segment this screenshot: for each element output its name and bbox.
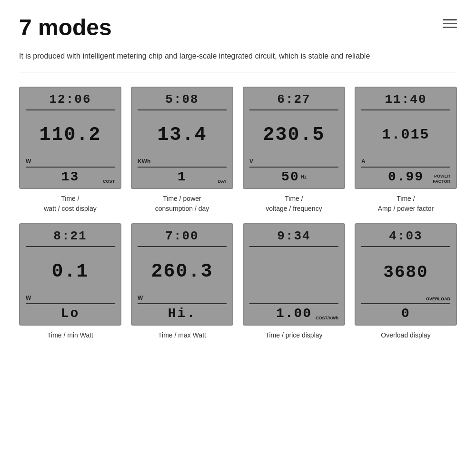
mode-cell-amp-pf: 11:40 1.015 A 0.99 POWERFACTOR Time /Amp… [355, 87, 457, 214]
mode-cell-voltage-freq: 6:27 230.5 V 50 Hz Time /voltage / frequ… [243, 87, 345, 214]
bottom-label-power-consumption: DAY [218, 179, 227, 184]
bottom-unit-voltage-freq: Hz [301, 174, 307, 179]
bottom-watt-cost: 13 [61, 169, 79, 184]
mode-cell-power-consumption: 5:08 13.4 KWh 1 DAY Time / powerconsumpt… [131, 87, 233, 214]
main-power-consumption: 13.4 [138, 112, 227, 158]
unit-power-consumption: KWh [138, 158, 227, 165]
unit-max-watt: W [138, 295, 227, 301]
display-voltage-freq: 6:27 230.5 V 50 Hz [243, 87, 345, 189]
label-price: Time / price display [265, 330, 322, 340]
label-watt-cost: Time /watt / cost display [44, 194, 97, 214]
bottom-voltage-freq: 50 [281, 169, 299, 184]
bottom-label-watt-cost: COST [103, 179, 115, 184]
display-overload: 4:03 3680 OVERLOAD 0 [355, 223, 457, 326]
bottom-max-watt: Hi. [168, 306, 196, 321]
bottom-price: 1.00 [276, 306, 312, 321]
time-amp-pf: 11:40 [361, 92, 450, 107]
display-watt-cost: 12:06 110.2 W 13 COST [19, 87, 121, 189]
bottom-label-amp-pf: POWERFACTOR [433, 174, 450, 184]
overload-label: OVERLOAD [361, 297, 450, 301]
main-voltage-freq: 230.5 [249, 112, 338, 158]
mode-cell-overload: 4:03 3680 OVERLOAD 0 Overload display [355, 223, 457, 340]
unit-watt-cost: W [26, 158, 115, 165]
modes-grid: 12:06 110.2 W 13 COST Time /watt / cost … [19, 87, 457, 340]
mode-cell-watt-cost: 12:06 110.2 W 13 COST Time /watt / cost … [19, 87, 121, 214]
label-overload: Overload display [381, 330, 430, 340]
menu-icon[interactable] [443, 19, 457, 28]
display-price: 9:34 1.00 COST/KWh [243, 223, 345, 326]
section-divider [19, 72, 457, 72]
display-power-consumption: 5:08 13.4 KWh 1 DAY [131, 87, 233, 189]
bottom-amp-pf: 0.99 [388, 169, 424, 184]
label-min-watt: Time / min Watt [47, 330, 93, 340]
main-price [249, 249, 338, 301]
description: It is produced with intelligent metering… [19, 50, 457, 62]
unit-amp-pf: A [361, 158, 450, 165]
display-min-watt: 8:21 0.1 W Lo [19, 223, 121, 326]
bottom-overload: 0 [401, 306, 410, 321]
label-max-watt: Time / max Watt [158, 330, 206, 340]
unit-min-watt: W [26, 295, 115, 301]
time-min-watt: 8:21 [26, 229, 115, 243]
main-max-watt: 260.3 [138, 249, 227, 295]
time-overload: 4:03 [361, 229, 450, 243]
bottom-power-consumption: 1 [178, 169, 187, 184]
mode-cell-min-watt: 8:21 0.1 W Lo Time / min Watt [19, 223, 121, 340]
bottom-min-watt: Lo [61, 306, 80, 321]
time-price: 9:34 [249, 229, 338, 243]
time-power-consumption: 5:08 [138, 92, 227, 107]
time-max-watt: 7:00 [138, 229, 227, 243]
main-amp-pf: 1.015 [361, 112, 450, 158]
label-power-consumption: Time / powerconsumption / day [155, 194, 209, 214]
mode-cell-max-watt: 7:00 260.3 W Hi. Time / max Watt [131, 223, 233, 340]
main-min-watt: 0.1 [26, 249, 115, 295]
bottom-label-price: COST/KWh [316, 316, 338, 321]
label-amp-pf: Time /Amp / power factor [378, 194, 434, 214]
time-watt-cost: 12:06 [26, 92, 115, 107]
main-overload: 3680 [361, 263, 450, 282]
main-watt-cost: 110.2 [26, 112, 115, 158]
page-title: 7 modes [19, 14, 112, 40]
display-amp-pf: 11:40 1.015 A 0.99 POWERFACTOR [355, 87, 457, 189]
mode-cell-price: 9:34 1.00 COST/KWh Time / price display [243, 223, 345, 340]
display-max-watt: 7:00 260.3 W Hi. [131, 223, 233, 326]
unit-voltage-freq: V [249, 158, 338, 165]
time-voltage-freq: 6:27 [249, 92, 338, 107]
label-voltage-freq: Time /voltage / frequency [266, 194, 322, 214]
